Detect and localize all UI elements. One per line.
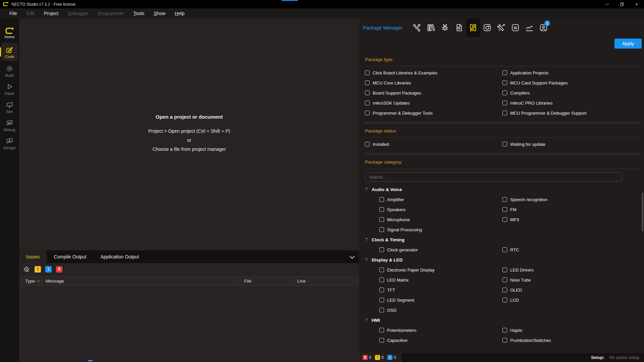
checkbox[interactable] [502,101,507,105]
menu-file[interactable]: File [5,8,22,18]
checkbox[interactable] [502,267,507,272]
checkbox-item[interactable]: Installed [365,139,502,149]
tab-issues[interactable]: Issues [19,250,47,263]
checkbox-item[interactable]: Board Support Packages [365,88,502,98]
menu-help[interactable]: Help [170,8,189,18]
checkbox-item[interactable]: Speakers [365,204,502,215]
warning-count-icon[interactable]: ! [375,355,380,360]
account-icon[interactable]: 5 [537,18,551,37]
checkbox-item[interactable]: mikroSDK Updates [365,98,502,108]
checkbox[interactable] [502,90,507,95]
ai-icon[interactable]: AI [508,18,523,37]
checkbox[interactable] [502,207,507,212]
chevron-down-icon[interactable] [350,254,355,259]
checkbox-item[interactable]: Application Projects [502,68,641,78]
menu-project[interactable]: Project [39,8,63,18]
collapse-icon[interactable]: ⊤ [365,238,368,242]
checkbox[interactable] [379,298,384,302]
sidebar-item-design[interactable]: Design [0,135,19,152]
collapse-icon[interactable]: ⊤ [365,187,368,192]
checkbox[interactable] [379,227,384,232]
collapse-icon[interactable]: ⊤ [365,318,368,322]
checkbox[interactable] [365,101,370,105]
sidebar-item-debug[interactable]: Debug [0,117,19,133]
sidebar-item-home[interactable]: Home [0,25,19,42]
filter-errors-button[interactable]: X [56,266,62,273]
checkbox[interactable] [365,111,370,115]
checkbox-item[interactable]: Signal Processing [365,225,502,235]
checkbox-item[interactable]: MP3 [502,215,641,225]
menu-show[interactable]: Show [149,8,170,18]
checkbox-item[interactable]: TFT [365,285,502,295]
checkbox[interactable] [379,217,384,222]
checkbox-item[interactable]: MCU Card Support Packages [502,78,641,88]
checkbox-item[interactable]: OLED [502,285,641,295]
checkbox-item[interactable]: Amplifier [365,194,502,204]
tab-compile-output[interactable]: Compile Output [47,250,93,263]
sidebar-item-flash[interactable]: Flash [0,80,19,97]
checkbox-item[interactable]: MCU Programmer & Debugger Support [502,108,641,118]
vertical-scrollbar[interactable] [642,193,643,231]
column-header-file[interactable]: File [240,277,293,286]
bug-icon[interactable] [438,18,452,37]
category-header[interactable]: ⊤ HMI [365,315,641,325]
checkbox[interactable] [502,111,507,115]
category-header[interactable]: ⊤ Audio & Voice [365,184,641,194]
checkbox-item[interactable]: Haptic [502,325,641,335]
checkbox-item[interactable]: Capacitive [365,335,502,345]
collapse-icon[interactable]: ⊤ [365,258,368,262]
sidebar-item-sim[interactable]: Sim [0,99,19,115]
column-header-type[interactable]: Type [21,279,41,284]
checkbox[interactable] [502,338,507,343]
close-button[interactable]: × [629,0,644,8]
category-header[interactable]: ⊤ Clock & Timing [365,235,641,245]
sidebar-item-build[interactable]: Build [0,62,19,79]
sidebar-item-code[interactable]: Code [1,43,18,61]
checkbox[interactable] [379,197,384,202]
checkbox[interactable] [379,288,384,292]
checkbox[interactable] [502,278,507,282]
checkbox-item[interactable]: FM [502,204,641,215]
checkbox[interactable] [379,267,384,272]
checkbox-item[interactable]: Waiting for update [502,139,641,149]
checkbox[interactable] [502,80,507,85]
checkbox-item[interactable]: RTC [502,245,641,255]
checkbox-item[interactable]: Nixie Tube [502,275,641,285]
checkbox-item[interactable]: Click Board Libraries & Examples [365,68,502,78]
checkbox[interactable] [502,288,507,292]
checkbox[interactable] [502,142,507,146]
checkbox-item[interactable]: Programmer & Debugger Tools [365,108,502,118]
tools-icon[interactable] [494,18,508,37]
checkbox-item[interactable]: LED Matrix [365,275,502,285]
checkbox[interactable] [379,247,384,252]
checkbox[interactable] [365,70,370,75]
package-grid-icon[interactable] [466,18,480,37]
checkbox-item[interactable]: Microphone [365,215,502,225]
chart-icon[interactable] [523,18,537,37]
checkbox-item[interactable]: LED Drivers [502,265,641,275]
apply-button[interactable]: Apply [614,39,642,49]
column-header-message[interactable]: Message [41,277,240,286]
error-count-icon[interactable]: X [363,355,368,360]
checkbox[interactable] [365,80,370,85]
checkbox[interactable] [379,328,384,333]
checkbox[interactable] [502,217,507,222]
checkbox[interactable] [379,308,384,312]
search-input[interactable] [365,172,622,182]
checkbox-item[interactable]: OSD [365,305,502,315]
checkbox-item[interactable]: Electronic Paper Display [365,265,502,275]
filter-info-button[interactable]: i [45,266,52,273]
checkbox-item[interactable]: MCU Core Libraries [365,78,502,88]
hierarchy-icon[interactable] [410,18,424,37]
checkbox[interactable] [379,278,384,282]
checkbox[interactable] [502,197,507,202]
clear-eraser-icon[interactable] [23,265,30,273]
checkbox-item[interactable]: Clock generator [365,245,502,255]
file-search-icon[interactable] [452,18,466,37]
column-header-line[interactable]: Line [293,277,357,286]
checkbox-item[interactable]: Potentiometers [365,325,502,335]
checkbox[interactable] [502,298,507,302]
category-header[interactable]: ⊤ Display & LED [365,255,641,265]
checkbox[interactable] [365,90,370,95]
checkbox-item[interactable]: LCD [502,295,641,305]
